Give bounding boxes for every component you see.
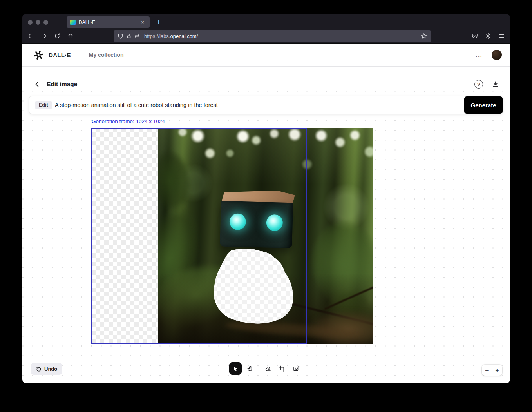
prompt-bar: Edit A stop-motion animation still of a … [29,96,503,114]
eraser-tool-button[interactable] [262,362,274,375]
site-header: DALL·E My collection … [22,44,510,67]
hand-icon [247,365,253,372]
settings-button[interactable] [482,30,494,42]
eraser-icon [265,365,271,372]
browser-tab[interactable]: DALL·E × [67,16,150,28]
back-button[interactable] [25,30,36,42]
lock-icon[interactable] [126,33,132,39]
permissions-icon[interactable] [134,33,140,39]
openai-logo-icon [33,50,44,60]
frame-crop-icon [279,365,286,372]
edit-mode-chip[interactable]: Edit [35,101,52,109]
nav-my-collection[interactable]: My collection [89,52,124,58]
tab-close-icon[interactable]: × [139,19,146,26]
generate-button[interactable]: Generate [464,96,503,114]
chevron-left-icon [34,81,41,88]
user-avatar[interactable] [492,50,502,60]
hamburger-menu-icon [498,33,505,39]
help-button[interactable]: ? [474,80,483,89]
download-button[interactable] [491,80,500,89]
pocket-button[interactable] [469,30,481,42]
robot-face [220,201,293,249]
navigation-bar: https://labs.openai.com/ [22,29,510,44]
select-tool-button[interactable] [229,362,242,375]
window-close-button[interactable] [28,20,33,25]
editor-workspace[interactable]: Edit A stop-motion animation still of a … [22,90,510,383]
window-minimize-button[interactable] [36,20,40,25]
edit-canvas[interactable] [158,128,373,344]
dalle-page: DALL·E My collection … Edit image ? Edit… [22,44,510,383]
home-icon [67,33,74,39]
upload-image-icon [293,365,300,372]
robot-eye-right [266,214,283,231]
reload-button[interactable] [51,30,63,42]
cursor-icon [232,365,239,372]
zoom-out-button[interactable]: − [482,365,492,376]
robot-head [218,189,296,252]
bookmark-star-icon[interactable] [421,33,427,39]
tracking-shield-icon[interactable] [118,33,123,39]
gear-icon [485,33,491,39]
undo-button[interactable]: Undo [31,363,62,375]
tab-title: DALL·E [79,20,139,25]
zoom-in-button[interactable]: + [492,365,502,376]
tab-bar: DALL·E × + [22,14,510,29]
add-image-tool-button[interactable] [290,362,302,375]
home-button[interactable] [65,30,76,42]
undo-label: Undo [44,366,57,372]
page-title: Edit image [47,81,77,88]
window-controls [28,20,48,25]
browser-window: DALL·E × + [22,14,510,383]
dalle-favicon-icon [70,20,76,25]
forward-button[interactable] [38,30,50,42]
reload-icon [54,33,60,39]
generation-frame-tool-button[interactable] [276,362,288,375]
forward-icon [41,33,47,39]
zoom-controls: − + [482,365,502,376]
generation-frame-label: Generation frame: 1024 x 1024 [92,118,165,124]
desktop-background: DALL·E × + [0,0,532,412]
menu-button[interactable] [496,30,507,42]
new-tab-button[interactable]: + [153,16,164,27]
back-to-collection-button[interactable] [33,80,42,89]
overflow-menu-button[interactable]: … [474,51,484,59]
back-icon [27,33,34,39]
pocket-icon [472,33,478,39]
prompt-input[interactable]: A stop-motion animation still of a cute … [55,96,462,114]
undo-icon [36,366,42,372]
robot-eye-left [229,213,246,230]
download-icon [492,81,499,88]
window-zoom-button[interactable] [43,20,48,25]
url-bar[interactable]: https://labs.openai.com/ [114,30,431,42]
brand-title: DALL·E [49,52,71,58]
url-text: https://labs.openai.com/ [144,33,198,39]
pan-tool-button[interactable] [244,362,256,375]
